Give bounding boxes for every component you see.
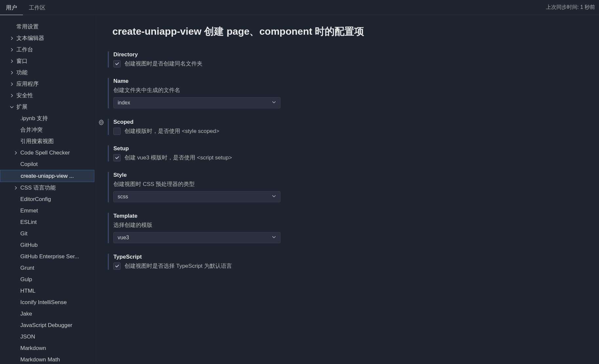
sidebar-item-label: Emmet bbox=[20, 207, 38, 215]
sidebar-item[interactable]: Markdown Math bbox=[0, 354, 94, 364]
sidebar-item-label: Markdown Math bbox=[20, 355, 60, 364]
sidebar-item[interactable]: 工作台 bbox=[0, 44, 94, 55]
chevron-down-icon bbox=[272, 234, 276, 241]
sidebar-item-label: HTML bbox=[20, 287, 35, 295]
setting-scoped: Scoped创建模版时，是否使用 <style scoped> bbox=[108, 119, 324, 135]
chevron-down-icon bbox=[9, 104, 14, 110]
sidebar-item[interactable]: Grunt bbox=[0, 262, 94, 274]
chevron-right-icon bbox=[9, 82, 14, 87]
checkbox[interactable] bbox=[113, 60, 121, 67]
setting-description: 创建文件夹中生成的文件名 bbox=[113, 86, 324, 94]
setting-name: Name创建文件夹中生成的文件名index bbox=[108, 78, 324, 108]
sidebar-item-label: Iconify IntelliSense bbox=[20, 298, 67, 307]
sync-status: 上次同步时间: 1 秒前 bbox=[546, 4, 595, 11]
sidebar-item-label: JavaScript Debugger bbox=[20, 321, 72, 330]
chevron-right-icon bbox=[13, 150, 18, 155]
tab-workspace[interactable]: 工作区 bbox=[23, 0, 51, 15]
sidebar-item[interactable]: Emmet bbox=[0, 205, 94, 216]
sidebar-item[interactable]: JSON bbox=[0, 331, 94, 342]
gear-icon[interactable] bbox=[98, 119, 104, 127]
sidebar-item[interactable]: Code Spell Checker bbox=[0, 147, 94, 158]
chevron-right-icon bbox=[13, 185, 18, 191]
sidebar-item[interactable]: 安全性 bbox=[0, 90, 94, 101]
sidebar-item[interactable]: 应用程序 bbox=[0, 78, 94, 90]
sidebar-item[interactable]: GitHub Enterprise Ser... bbox=[0, 251, 94, 262]
setting-typescript: TypeScript创建视图时是否选择 TypeScript 为默认语言 bbox=[108, 254, 324, 270]
checkbox[interactable] bbox=[113, 128, 121, 135]
checkbox-row: 创建视图时是否创建同名文件夹 bbox=[113, 60, 324, 67]
sidebar-item-label: GitHub Enterprise Ser... bbox=[20, 252, 79, 261]
sidebar-item-label: GitHub bbox=[20, 241, 38, 249]
select-template[interactable]: vue3 bbox=[113, 232, 280, 243]
select-value: scss bbox=[118, 194, 128, 200]
sidebar-item-label: Code Spell Checker bbox=[20, 149, 70, 157]
chevron-right-icon bbox=[9, 59, 14, 64]
setting-directory: Directory创建视图时是否创建同名文件夹 bbox=[108, 51, 324, 67]
setting-setup: Setup创建 vue3 模版时，是否使用 <script setup> bbox=[108, 145, 324, 161]
settings-content[interactable]: create-uniapp-view 创建 page、component 时的配… bbox=[95, 15, 599, 364]
chevron-down-icon bbox=[272, 193, 276, 200]
sidebar-item-label: Gulp bbox=[20, 275, 32, 284]
sidebar-item[interactable]: GitHub bbox=[0, 239, 94, 251]
sidebar-item[interactable]: Jake bbox=[0, 308, 94, 319]
checkbox[interactable] bbox=[113, 154, 121, 161]
select-name[interactable]: index bbox=[113, 97, 280, 108]
setting-description: 创建视图时是否创建同名文件夹 bbox=[125, 60, 203, 67]
sidebar-item[interactable]: HTML bbox=[0, 285, 94, 297]
sidebar-item-label: 文本编辑器 bbox=[16, 34, 44, 43]
setting-description: 创建 vue3 模版时，是否使用 <script setup> bbox=[125, 154, 232, 161]
chevron-right-icon bbox=[9, 93, 14, 98]
sidebar-item[interactable]: Git bbox=[0, 228, 94, 239]
sidebar-item-label: Grunt bbox=[20, 264, 34, 272]
sidebar-item-label: 常用设置 bbox=[16, 23, 39, 31]
settings-tree[interactable]: 常用设置文本编辑器工作台窗口功能应用程序安全性扩展.ipynb 支持合并冲突引用… bbox=[0, 15, 95, 364]
sidebar-item-label: 安全性 bbox=[16, 91, 33, 100]
sidebar-item[interactable]: 引用搜索视图 bbox=[0, 136, 94, 147]
sidebar-item[interactable]: .ipynb 支持 bbox=[0, 113, 94, 124]
sidebar-item-label: Markdown bbox=[20, 344, 46, 353]
sidebar-item-label: .ipynb 支持 bbox=[20, 114, 48, 123]
setting-template: Template选择创建的模版vue3 bbox=[108, 213, 324, 243]
sidebar-item[interactable]: 合并冲突 bbox=[0, 124, 94, 136]
setting-title: Style bbox=[113, 172, 324, 178]
sidebar-item-label: create-uniapp-view ... bbox=[21, 172, 74, 180]
sidebar-item[interactable]: Copilot bbox=[0, 158, 94, 170]
page-title: create-uniapp-view 创建 page、component 时的配… bbox=[112, 25, 586, 38]
sidebar-item[interactable]: create-uniapp-view ... bbox=[0, 170, 94, 182]
sidebar-item-label: CSS 语言功能 bbox=[20, 184, 56, 192]
checkbox-row: 创建模版时，是否使用 <style scoped> bbox=[113, 127, 324, 135]
chevron-right-icon bbox=[9, 70, 14, 75]
checkbox-row: 创建视图时是否选择 TypeScript 为默认语言 bbox=[113, 262, 324, 270]
setting-title: TypeScript bbox=[113, 254, 324, 260]
sidebar-item[interactable]: 文本编辑器 bbox=[0, 32, 94, 44]
sidebar-item[interactable]: Iconify IntelliSense bbox=[0, 297, 94, 308]
sidebar-item[interactable]: CSS 语言功能 bbox=[0, 182, 94, 193]
sidebar-item[interactable]: Gulp bbox=[0, 274, 94, 285]
sidebar-item[interactable]: EditorConfig bbox=[0, 193, 94, 205]
setting-description: 选择创建的模版 bbox=[113, 221, 324, 229]
sidebar-item[interactable]: 窗口 bbox=[0, 55, 94, 67]
sidebar-item[interactable]: Markdown bbox=[0, 342, 94, 354]
select-value: index bbox=[118, 100, 130, 106]
setting-title: Template bbox=[113, 213, 324, 219]
sidebar-item[interactable]: ESLint bbox=[0, 216, 94, 228]
setting-title: Directory bbox=[113, 51, 324, 58]
sidebar-item-label: 引用搜索视图 bbox=[20, 137, 54, 146]
setting-title: Setup bbox=[113, 145, 324, 152]
sidebar-item-label: Copilot bbox=[20, 160, 38, 169]
sidebar-item[interactable]: 扩展 bbox=[0, 101, 94, 113]
sidebar-item-label: Git bbox=[20, 229, 28, 238]
sidebar-item-label: Jake bbox=[20, 310, 32, 318]
chevron-right-icon bbox=[9, 47, 14, 52]
setting-description: 创建视图时是否选择 TypeScript 为默认语言 bbox=[125, 262, 232, 270]
sidebar-item[interactable]: 功能 bbox=[0, 67, 94, 78]
setting-title: Scoped bbox=[113, 119, 324, 125]
chevron-down-icon bbox=[272, 100, 276, 106]
tab-user[interactable]: 用户 bbox=[0, 0, 23, 15]
sidebar-item[interactable]: 常用设置 bbox=[0, 21, 94, 32]
sidebar-item[interactable]: JavaScript Debugger bbox=[0, 319, 94, 331]
checkbox[interactable] bbox=[113, 263, 121, 270]
main: 常用设置文本编辑器工作台窗口功能应用程序安全性扩展.ipynb 支持合并冲突引用… bbox=[0, 15, 599, 364]
select-style[interactable]: scss bbox=[113, 191, 280, 202]
sidebar-item-label: 功能 bbox=[16, 68, 28, 77]
